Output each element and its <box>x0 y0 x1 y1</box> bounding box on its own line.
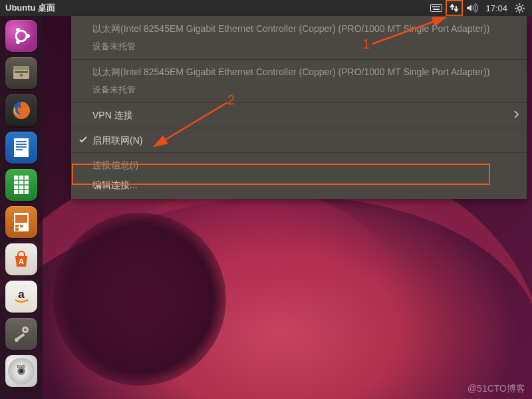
svg-rect-21 <box>15 71 28 73</box>
svg-point-48 <box>19 369 23 373</box>
launcher-impress[interactable] <box>4 205 39 239</box>
svg-line-11 <box>516 5 517 6</box>
network-menu: 以太网(Intel 82545EM Gigabit Ethernet Contr… <box>71 16 527 199</box>
wrench-gear-icon <box>11 324 31 344</box>
svg-point-43 <box>24 329 27 331</box>
svg-point-17 <box>16 28 20 32</box>
launcher-writer[interactable] <box>4 130 39 165</box>
svg-rect-5 <box>433 9 440 10</box>
svg-rect-1 <box>432 6 434 7</box>
svg-rect-0 <box>431 5 442 12</box>
menu-vpn-label: VPN 连接 <box>92 109 133 121</box>
svg-point-15 <box>16 31 27 41</box>
launcher-calc[interactable] <box>4 168 39 202</box>
svg-line-13 <box>516 10 517 11</box>
menu-enable-networking[interactable]: 启用联网(N) <box>71 130 527 150</box>
svg-rect-36 <box>15 215 27 223</box>
ubuntu-logo-icon <box>11 26 31 46</box>
watermark: @51CTO博客 <box>467 383 525 395</box>
network-updown-icon <box>449 3 460 13</box>
svg-text:a: a <box>18 288 25 301</box>
svg-point-6 <box>518 6 522 10</box>
svg-point-16 <box>26 34 30 38</box>
svg-line-12 <box>522 10 523 11</box>
launcher-files[interactable] <box>4 56 39 90</box>
launcher-software[interactable]: A <box>4 242 39 277</box>
svg-rect-20 <box>13 66 29 70</box>
svg-rect-25 <box>16 141 27 142</box>
launcher-firefox[interactable] <box>4 93 39 128</box>
menu-connection-info: 连接信息(I) <box>71 155 527 175</box>
svg-rect-26 <box>16 144 27 145</box>
launcher-settings[interactable] <box>4 317 39 351</box>
svg-rect-37 <box>15 225 19 227</box>
svg-point-18 <box>16 40 20 44</box>
svg-rect-4 <box>438 6 440 7</box>
launcher-dvd[interactable]: DVD <box>4 354 39 388</box>
file-manager-icon <box>11 65 31 82</box>
svg-rect-2 <box>434 6 436 7</box>
svg-rect-27 <box>16 146 27 148</box>
gear-icon <box>515 3 525 13</box>
chevron-right-icon <box>513 109 519 121</box>
system-indicator[interactable] <box>511 0 528 16</box>
network-indicator[interactable] <box>446 0 463 16</box>
menu-edit-connections[interactable]: 编辑连接... <box>71 175 527 195</box>
amazon-icon: a <box>11 287 31 307</box>
keyboard-icon <box>430 4 442 12</box>
top-menu-bar: Ubuntu 桌面 17:04 <box>0 0 532 16</box>
svg-rect-38 <box>20 225 23 227</box>
svg-point-45 <box>15 338 19 342</box>
document-icon <box>13 138 30 158</box>
svg-rect-28 <box>16 149 23 150</box>
spreadsheet-icon <box>13 175 30 195</box>
menu-eth2-status: 设备未托管 <box>71 82 527 100</box>
window-title: Ubuntu 桌面 <box>5 2 55 14</box>
sound-indicator[interactable] <box>463 0 481 16</box>
svg-rect-39 <box>15 228 19 231</box>
svg-text:A: A <box>19 257 24 265</box>
shopping-bag-icon: A <box>11 249 31 269</box>
menu-enable-networking-label: 启用联网(N) <box>92 134 142 146</box>
menu-vpn[interactable]: VPN 连接 <box>71 105 527 125</box>
unity-launcher: A a DVD <box>0 16 43 399</box>
disc-icon: DVD <box>7 356 36 386</box>
svg-point-22 <box>20 74 23 76</box>
firefox-icon <box>10 99 33 122</box>
check-icon <box>79 134 87 146</box>
keyboard-indicator[interactable] <box>427 0 446 16</box>
launcher-dash[interactable] <box>4 19 39 53</box>
svg-rect-3 <box>436 6 438 7</box>
menu-eth2-title: 以太网(Intel 82545EM Gigabit Ethernet Contr… <box>71 62 527 82</box>
menu-eth1-title: 以太网(Intel 82545EM Gigabit Ethernet Contr… <box>71 19 527 39</box>
svg-line-14 <box>522 5 523 6</box>
menu-eth1-status: 设备未托管 <box>71 39 527 57</box>
sound-icon <box>466 3 478 13</box>
clock[interactable]: 17:04 <box>481 0 511 16</box>
svg-text:DVD: DVD <box>17 364 26 368</box>
presentation-icon <box>13 212 30 232</box>
launcher-amazon[interactable]: a <box>4 279 39 314</box>
